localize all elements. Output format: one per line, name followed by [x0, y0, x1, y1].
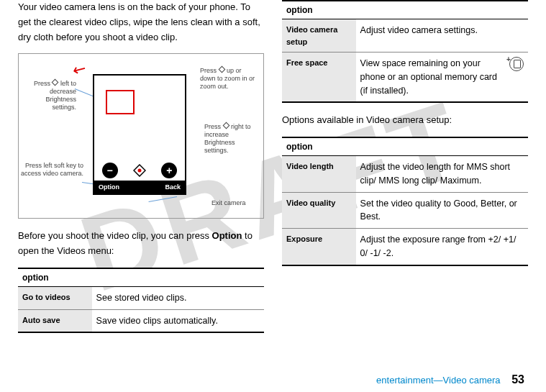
callout-left-softkey: Press left soft key to access video came…: [20, 162, 83, 178]
option-desc: + View space remaining on your phone or …: [356, 53, 528, 103]
setup-intro-paragraph: Options available in Video camera setup:: [282, 113, 528, 128]
icon-row: − +: [94, 160, 185, 181]
table-row: Video length Adjust the video length for…: [282, 156, 528, 193]
table-header: option: [18, 268, 264, 287]
table-row: Go to videos See stored video clips.: [18, 286, 264, 309]
page-footer: entertainment—Video camera 53: [376, 373, 524, 386]
red-arrow-icon: ↙: [69, 58, 90, 81]
svg-point-1: [137, 169, 141, 173]
phone-diagram: Press left to decrease Brightness settin…: [18, 53, 264, 219]
option-desc: Adjust the exposure range from +2/ +1/ 0…: [356, 229, 528, 265]
option-desc: See stored video clips.: [92, 286, 264, 309]
callout-brightness-decrease: Press left to decrease Brightness settin…: [26, 80, 76, 111]
before-shoot-paragraph: Before you shoot the video clip, you can…: [18, 229, 264, 259]
right-column: option Video camera setup Adjust video c…: [282, 0, 528, 343]
table-row: Video quality Set the video quality to G…: [282, 192, 528, 229]
softkey-bar: Option Back: [94, 181, 185, 193]
table-row: Free space + View space remaining on you…: [282, 53, 528, 103]
option-label: Go to videos: [18, 286, 92, 309]
option-desc: Adjust the video length for MMS short cl…: [356, 156, 528, 193]
text-segment: Before you shoot the video clip, you can…: [18, 230, 212, 241]
viewfinder-highlight: [106, 90, 135, 114]
options-table-3: option Video length Adjust the video len…: [282, 137, 528, 266]
option-desc: Adjust video camera settings.: [356, 19, 528, 53]
option-desc: Save video clips automatically.: [92, 309, 264, 332]
callout-line: [149, 196, 178, 202]
callout-zoom: Press up or down to zoom in or zoom out.: [200, 67, 258, 90]
plus-icon: +: [161, 163, 177, 178]
option-label: Exposure: [282, 229, 356, 265]
option-keyword: Option: [212, 230, 242, 241]
callout-brightness-increase: Press right to increase Brightness setti…: [204, 123, 256, 154]
minus-icon: −: [102, 163, 118, 178]
section-title: entertainment—Video camera: [376, 375, 500, 386]
option-desc: Set the video quality to Good, Better, o…: [356, 192, 528, 229]
phone-screen: − + Option Back: [93, 74, 186, 195]
intro-paragraph: Your video camera lens is on the back of…: [18, 0, 264, 45]
page-content: Your video camera lens is on the back of…: [0, 0, 546, 365]
page-number: 53: [511, 373, 524, 386]
option-label: Auto save: [18, 309, 92, 332]
table-row: Auto save Save video clips automatically…: [18, 309, 264, 332]
nav-diamond-icon: [133, 164, 146, 177]
table-row: Video camera setup Adjust video camera s…: [282, 19, 528, 53]
table-row: Exposure Adjust the exposure range from …: [282, 229, 528, 265]
softkey-left-label: Option: [99, 183, 119, 191]
callout-exit: Exit camera: [211, 199, 247, 207]
option-label: Free space: [282, 53, 356, 103]
option-label: Video length: [282, 156, 356, 193]
softkey-right-label: Back: [165, 183, 181, 191]
table-header: option: [282, 1, 528, 19]
options-table-1: option Go to videos See stored video cli…: [18, 268, 264, 334]
text-segment: View space remaining on your phone or an…: [360, 58, 497, 96]
option-label: Video quality: [282, 192, 356, 229]
memory-card-icon: +: [509, 57, 524, 71]
options-table-2: option Video camera setup Adjust video c…: [282, 0, 528, 103]
option-label: Video camera setup: [282, 19, 356, 53]
left-column: Your video camera lens is on the back of…: [18, 0, 264, 343]
table-header: option: [282, 137, 528, 156]
